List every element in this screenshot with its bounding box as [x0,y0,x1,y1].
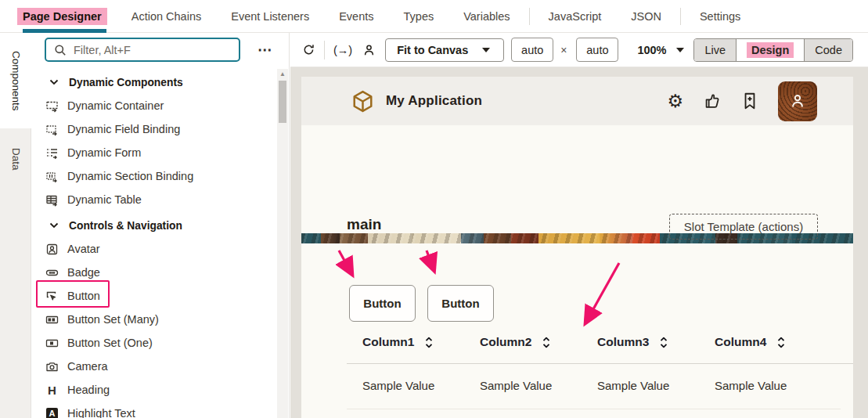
slot-template-placeholder[interactable]: Slot Template (actions) [669,214,818,240]
tab-javascript[interactable]: JavaScript [534,0,617,33]
settings-gear-icon[interactable]: ⚙ [667,92,683,110]
page-heading: main [347,216,381,233]
paren-arrow-icon: (→) [333,44,352,56]
table-cell: Sample Value [362,379,480,392]
caret-down-icon [674,43,687,56]
fit-to-canvas-dropdown[interactable]: Fit to Canvas [385,38,504,62]
palette-item-badge[interactable]: Badge [31,261,276,284]
dock-tab-data[interactable]: Data [0,128,31,189]
palette-overflow-menu-icon[interactable]: ⋯ [254,39,277,59]
dynamic-form-icon [45,146,59,160]
palette-item-highlight-text[interactable]: A Highlight Text [31,402,276,418]
page-content: Button Button Column1 Column2 Column3 Co… [301,243,853,416]
palette-scrollbar[interactable]: ▲ [277,69,288,418]
button-set-one-icon [45,337,59,350]
heading-icon: H [45,384,59,397]
components-tree: Dynamic Components Dynamic Container Dyn… [31,70,276,418]
toolbar-divider [324,41,325,59]
mode-code-button[interactable]: Code [804,39,852,61]
mode-design-button[interactable]: Design [736,39,804,61]
highlight-text-icon: A [45,407,59,418]
tab-divider [529,8,530,25]
design-canvas: My Application ⚙ main Slot Template (act… [290,67,868,418]
tab-events[interactable]: Events [324,0,388,33]
component-filter-input[interactable] [74,44,232,56]
table-cell: Sample Value [597,379,715,392]
search-icon [53,43,67,56]
palette-item-button-set-one[interactable]: Button Set (One) [31,331,276,355]
chevron-down-icon [47,219,60,232]
refresh-icon [302,43,315,56]
canvas-width-input[interactable] [511,38,553,62]
tab-event-listeners[interactable]: Event Listeners [216,0,324,33]
app-preview-frame[interactable]: My Application ⚙ main Slot Template (act… [301,77,853,418]
mode-switcher: Live Design Code [693,38,853,62]
palette-item-button-set-many[interactable]: Button Set (Many) [31,308,276,331]
table-row-divider [347,409,841,409]
breakpoint-range-button[interactable]: (→) [333,44,352,56]
bookmark-plus-icon[interactable] [741,92,758,110]
tab-settings[interactable]: Settings [685,0,755,33]
component-filter-field[interactable] [45,38,240,62]
preview-button-2[interactable]: Button [427,285,494,322]
dimension-times-label: × [560,44,567,56]
canvas-toolbar: (→) Fit to Canvas × 100% Live Design Cod… [290,33,868,67]
column-header-2[interactable]: Column2 [480,335,597,349]
table-header-row: Column1 Column2 Column3 Column4 [362,335,832,349]
chevron-down-icon [47,76,60,89]
table-cell: Sample Value [480,379,597,392]
app-header: My Application ⚙ [301,77,853,125]
dynamic-table-icon [45,193,59,207]
sort-icon[interactable] [539,336,553,349]
table-header-divider [347,363,853,364]
palette-item-heading[interactable]: H Heading [31,378,276,402]
app-title: My Application [386,93,482,109]
sort-icon[interactable] [422,336,435,349]
palette-item-dynamic-table[interactable]: Dynamic Table [31,188,276,211]
preview-user-button[interactable] [362,43,376,56]
person-icon [362,43,376,56]
avatar-icon [45,243,59,256]
tab-divider [680,8,681,25]
camera-icon [45,360,59,373]
section-controls-navigation[interactable]: Controls & Navigation [31,214,276,237]
app-header-actions: ⚙ [667,81,817,121]
canvas-height-input[interactable] [576,38,618,62]
refresh-canvas-button[interactable] [302,43,315,56]
tab-types[interactable]: Types [389,0,449,33]
thumbs-up-icon[interactable] [703,92,722,110]
caret-down-icon [479,43,492,56]
section-dynamic-components[interactable]: Dynamic Components [31,70,276,94]
editor-tab-bar: Page Designer Action Chains Event Listen… [0,0,868,33]
components-palette: ⋯ Dynamic Components Dynamic Container D… [31,33,290,418]
preview-button-1[interactable]: Button [349,285,416,322]
badge-icon [45,266,59,279]
palette-item-dynamic-field-binding[interactable]: Dynamic Field Binding [31,117,276,141]
table-cell: Sample Value [715,379,832,392]
tab-action-chains[interactable]: Action Chains [117,0,216,33]
column-header-3[interactable]: Column3 [597,335,715,349]
tab-variables[interactable]: Variables [448,0,524,33]
dock-tab-components[interactable]: Components [0,33,31,128]
mode-live-button[interactable]: Live [694,39,736,61]
palette-item-button[interactable]: Button [31,284,276,308]
dynamic-section-binding-icon [45,170,59,183]
scrollbar-up-arrow-icon[interactable]: ▲ [277,69,288,79]
zoom-level-dropdown[interactable]: 100% [637,43,686,56]
table-row[interactable]: Sample Value Sample Value Sample Value S… [362,379,832,392]
column-header-4[interactable]: Column4 [715,335,832,349]
column-header-1[interactable]: Column1 [362,335,480,349]
left-dock-strip: Components Data [0,33,31,418]
palette-item-avatar[interactable]: Avatar [31,237,276,261]
user-avatar[interactable] [778,81,817,121]
palette-item-dynamic-section-binding[interactable]: Dynamic Section Binding [31,164,276,188]
palette-item-camera[interactable]: Camera [31,355,276,378]
palette-item-dynamic-container[interactable]: Dynamic Container [31,94,276,117]
sort-icon[interactable] [657,336,670,349]
dynamic-field-binding-icon [45,123,59,136]
sort-icon[interactable] [774,336,787,349]
tab-page-designer[interactable]: Page Designer [8,0,117,33]
tab-json[interactable]: JSON [616,0,676,33]
scrollbar-thumb[interactable] [279,81,286,123]
palette-item-dynamic-form[interactable]: Dynamic Form [31,141,276,164]
